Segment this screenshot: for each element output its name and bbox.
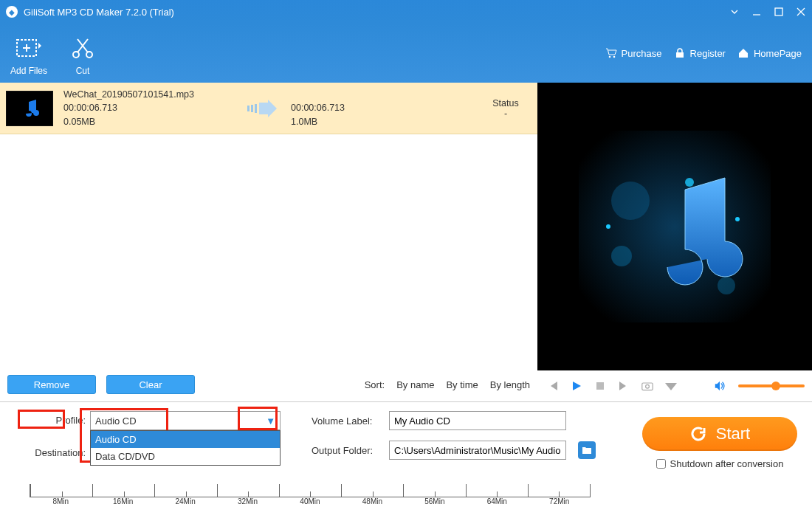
- homepage-label: HomePage: [754, 48, 802, 59]
- svg-point-11: [611, 182, 650, 220]
- browse-output-button[interactable]: [578, 441, 596, 459]
- profile-option-audio-cd[interactable]: Audio CD: [91, 431, 280, 448]
- svg-point-16: [735, 217, 740, 221]
- profile-dropdown: Audio CD Data CD/DVD: [90, 430, 281, 466]
- volume-icon[interactable]: [712, 378, 728, 394]
- profile-value: Audio CD: [95, 415, 137, 427]
- add-files-button[interactable]: Add Files: [0, 24, 58, 83]
- ruler-tick-label: 48Min: [341, 497, 403, 506]
- svg-rect-8: [251, 105, 253, 112]
- main-toolbar: Add Files Cut Purchase Register HomePage: [0, 24, 812, 83]
- svg-point-19: [646, 384, 650, 388]
- profile-option-data-cd[interactable]: Data CD/DVD: [91, 448, 280, 465]
- play-button[interactable]: [568, 378, 585, 394]
- cut-button[interactable]: Cut: [58, 24, 108, 83]
- chevron-down-icon: ▼: [266, 415, 275, 427]
- register-link[interactable]: Register: [674, 47, 726, 59]
- profile-label: Profile:: [56, 411, 86, 430]
- minimize-button[interactable]: [746, 0, 768, 24]
- purchase-link[interactable]: Purchase: [605, 47, 662, 59]
- svg-point-14: [685, 178, 694, 187]
- cart-icon: [605, 47, 617, 59]
- file-row[interactable]: WeChat_20190507101541.mp3 00:00:06.713 0…: [0, 83, 537, 134]
- start-label: Start: [716, 424, 750, 444]
- status-value: -: [480, 108, 531, 119]
- ruler-tick-label: 72Min: [529, 497, 591, 506]
- sort-by-time[interactable]: By time: [446, 379, 478, 390]
- scissors-icon: [68, 33, 97, 63]
- ruler-tick-label: 24Min: [154, 497, 216, 506]
- file-thumbnail: [6, 91, 53, 126]
- cut-label: Cut: [76, 66, 90, 76]
- status-header: Status: [480, 98, 531, 108]
- maximize-button[interactable]: [768, 0, 790, 24]
- ruler-tick-label: 16Min: [92, 497, 154, 506]
- snapshot-button[interactable]: [639, 378, 656, 394]
- dropdown-window-icon[interactable]: [723, 0, 746, 24]
- profile-select[interactable]: Audio CD ▼: [90, 411, 281, 430]
- size-ruler: 8Min16Min24Min32Min40Min48Min56Min64Min7…: [30, 484, 591, 514]
- clear-button[interactable]: Clear: [106, 375, 195, 394]
- remove-button[interactable]: Remove: [7, 375, 96, 394]
- shutdown-checkbox[interactable]: Shutdown after conversion: [656, 458, 784, 469]
- sort-by-name[interactable]: By name: [396, 379, 434, 390]
- ruler-tick-label: 64Min: [466, 497, 528, 506]
- refresh-icon: [689, 425, 707, 443]
- stop-button[interactable]: [592, 378, 608, 394]
- file-size-out: 1.0MB: [291, 115, 379, 128]
- snapshot-menu-icon[interactable]: [663, 378, 679, 394]
- home-icon: [737, 47, 749, 59]
- svg-rect-0: [775, 8, 782, 15]
- volume-slider[interactable]: [738, 384, 805, 387]
- output-folder-label: Output Folder:: [312, 445, 382, 456]
- sort-by-length[interactable]: By length: [490, 379, 530, 390]
- svg-rect-6: [676, 52, 684, 58]
- next-button[interactable]: [616, 378, 632, 394]
- app-logo-icon: ◆: [6, 6, 18, 18]
- shutdown-label: Shutdown after conversion: [670, 458, 784, 469]
- svg-rect-7: [247, 106, 250, 111]
- file-name: WeChat_20190507101541.mp3: [63, 88, 233, 101]
- sort-label: Sort:: [365, 379, 385, 390]
- homepage-link[interactable]: HomePage: [737, 47, 802, 59]
- register-label: Register: [690, 48, 726, 59]
- svg-point-15: [606, 224, 610, 229]
- volume-label-label: Volume Label:: [312, 415, 382, 427]
- prev-button[interactable]: [545, 378, 561, 394]
- player-controls: [537, 370, 812, 401]
- close-button[interactable]: [790, 0, 812, 24]
- lock-icon: [674, 47, 686, 59]
- file-duration-out: 00:00:06.713: [291, 101, 379, 114]
- file-size-in: 0.05MB: [63, 115, 233, 128]
- add-files-label: Add Files: [10, 66, 47, 76]
- ruler-tick-label: 56Min: [404, 497, 466, 506]
- svg-point-13: [718, 277, 735, 294]
- file-list: WeChat_20190507101541.mp3 00:00:06.713 0…: [0, 83, 537, 401]
- svg-rect-18: [642, 383, 653, 390]
- svg-point-12: [611, 246, 632, 266]
- ruler-tick-label: 40Min: [279, 497, 341, 506]
- destination-label: Destination:: [35, 444, 86, 463]
- svg-point-5: [613, 56, 615, 58]
- start-button[interactable]: Start: [642, 417, 797, 451]
- ruler-tick-label: 8Min: [30, 497, 92, 506]
- svg-rect-17: [596, 382, 604, 390]
- add-files-icon: [14, 33, 44, 63]
- settings-panel: Profile: Destination: Audio CD ▼ Audio C…: [0, 401, 812, 521]
- ruler-tick-label: 32Min: [216, 497, 278, 506]
- file-duration-in: 00:00:06.713: [63, 101, 233, 114]
- purchase-label: Purchase: [622, 48, 662, 59]
- output-folder-input[interactable]: [389, 441, 566, 460]
- folder-icon: [582, 446, 592, 455]
- svg-point-4: [608, 56, 610, 58]
- shutdown-checkbox-input[interactable]: [656, 459, 666, 469]
- preview-panel: [537, 83, 812, 401]
- svg-rect-9: [255, 104, 257, 113]
- preview-image: [537, 83, 812, 370]
- window-title: GiliSoft MP3 CD Maker 7.2.0 (Trial): [24, 7, 174, 18]
- volume-label-input[interactable]: [389, 411, 566, 430]
- title-bar: ◆ GiliSoft MP3 CD Maker 7.2.0 (Trial): [0, 0, 812, 24]
- convert-arrow-icon: [244, 98, 281, 119]
